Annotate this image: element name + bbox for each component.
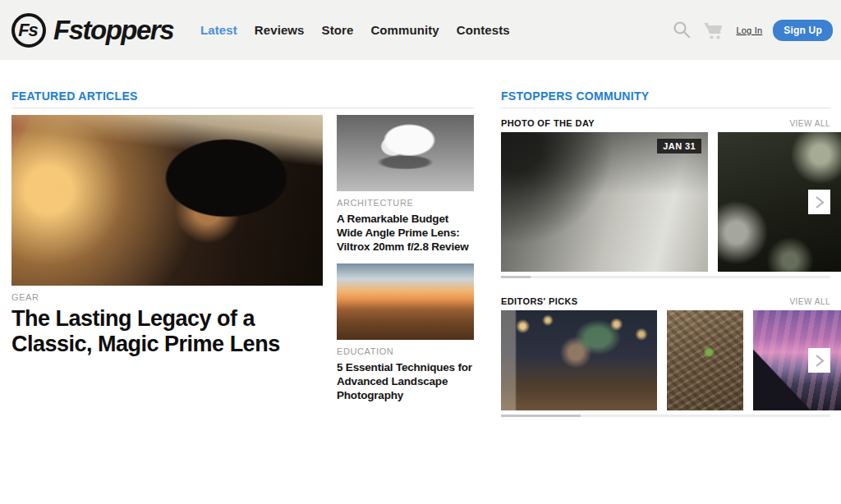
side-article-2-image[interactable] [337,263,474,340]
fstoppers-logo[interactable]: Fs Fstoppers [11,13,173,48]
side-article-1-category[interactable]: ARCHITECTURE [337,198,413,208]
side-article-1-image[interactable] [337,115,474,191]
logo-monogram: Fs [18,20,38,41]
potd-date-badge: JAN 31 [657,139,701,153]
signup-button[interactable]: Sign Up [773,20,833,41]
picks-scrollbar[interactable] [501,415,830,417]
photo-of-the-day-view-all[interactable]: VIEW ALL [789,119,830,128]
community-heading: FSTOPPERS COMMUNITY [501,89,830,108]
nav-item-community[interactable]: Community [370,23,439,37]
featured-main-article: GEAR The Lasting Legacy of a Classic, Ma… [11,115,323,402]
side-article-2-category[interactable]: EDUCATION [337,346,393,356]
picks-photo-2[interactable] [667,310,743,410]
photo-of-the-day-carousel: JAN 31 [501,132,841,272]
photo-of-the-day-title: PHOTO OF THE DAY [501,118,595,128]
editors-picks-title: EDITORS' PICKS [501,296,578,306]
picks-scrollbar-thumb[interactable] [501,415,581,417]
login-link[interactable]: Log In [736,25,762,35]
photo-of-the-day-header: PHOTO OF THE DAY VIEW ALL [501,118,830,128]
side-article-1-title[interactable]: A Remarkable Budget Wide Angle Prime Len… [337,212,474,254]
site-header: Fs Fstoppers Latest Reviews Store Commun… [0,0,841,60]
featured-main-category[interactable]: GEAR [11,292,39,302]
featured-articles-section: FEATURED ARTICLES GEAR The Lasting Legac… [11,89,474,402]
cart-icon[interactable] [702,20,725,41]
nav-item-reviews[interactable]: Reviews [255,23,305,37]
side-article-2: EDUCATION 5 Essential Techniques for Adv… [337,263,474,402]
editors-picks-carousel [501,310,841,410]
editors-picks-view-all[interactable]: VIEW ALL [789,297,830,306]
featured-side-column: ARCHITECTURE A Remarkable Budget Wide An… [337,115,474,402]
featured-main-title[interactable]: The Lasting Legacy of a Classic, Magic P… [11,306,323,358]
potd-scrollbar[interactable] [501,276,830,278]
potd-scrollbar-thumb[interactable] [501,276,531,278]
potd-photo-1[interactable]: JAN 31 [501,132,708,272]
editors-picks-header: EDITORS' PICKS VIEW ALL [501,296,830,306]
main-nav: Latest Reviews Store Community Contests [200,23,510,37]
featured-articles-heading: FEATURED ARTICLES [11,89,474,108]
nav-item-store[interactable]: Store [322,23,354,37]
chevron-right-icon [815,195,825,209]
side-article-1: ARCHITECTURE A Remarkable Budget Wide An… [337,115,474,254]
picks-photo-1[interactable] [501,310,657,410]
featured-main-image[interactable] [11,115,323,286]
nav-item-contests[interactable]: Contests [457,23,510,37]
featured-row: GEAR The Lasting Legacy of a Classic, Ma… [11,115,474,402]
potd-next-button[interactable] [808,190,830,214]
chevron-right-icon [815,354,825,368]
side-article-2-title[interactable]: 5 Essential Techniques for Advanced Land… [337,360,474,402]
picks-next-button[interactable] [808,348,830,373]
search-icon[interactable] [673,21,692,39]
brand-name: Fstoppers [53,15,173,46]
nav-item-latest[interactable]: Latest [200,23,237,37]
fstoppers-logo-icon: Fs [11,13,46,48]
header-actions: Log In Sign Up [673,20,833,41]
community-section: FSTOPPERS COMMUNITY PHOTO OF THE DAY VIE… [501,89,841,417]
